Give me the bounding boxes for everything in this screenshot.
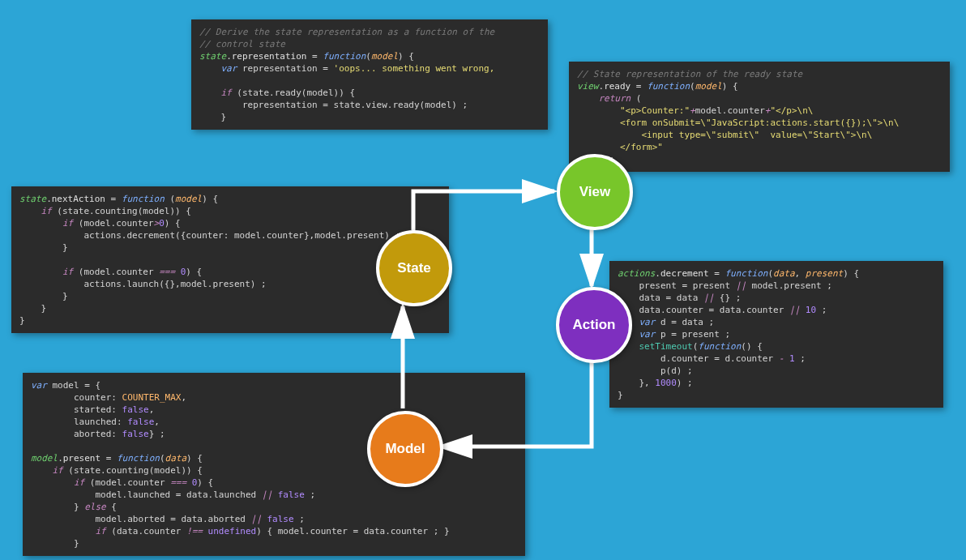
node-action: Action — [556, 287, 632, 363]
node-view: View — [557, 154, 633, 230]
node-model-label: Model — [385, 441, 425, 457]
node-model: Model — [367, 411, 443, 487]
code-action-decrement: actions.decrement = function(data, prese… — [609, 261, 943, 408]
node-state: State — [376, 230, 452, 306]
node-state-label: State — [397, 260, 431, 276]
code-state-representation: // Derive the state representation as a … — [191, 19, 548, 130]
node-action-label: Action — [573, 317, 616, 333]
node-view-label: View — [579, 184, 610, 200]
code-view-ready: // State representation of the ready sta… — [569, 62, 950, 172]
code-model: var model = { counter: COUNTER_MAX, star… — [23, 373, 525, 556]
